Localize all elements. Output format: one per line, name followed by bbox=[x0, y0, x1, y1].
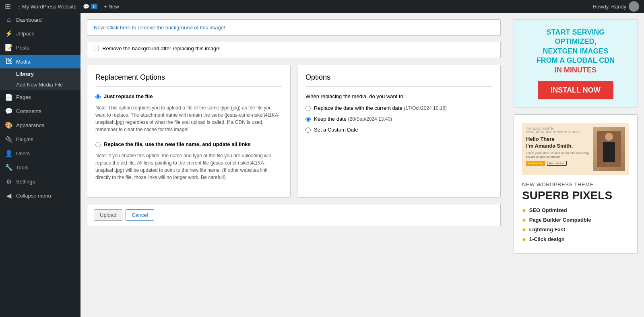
posts-icon: 📝 bbox=[5, 44, 13, 51]
theme-preview: AMANDA SMITH HOMEBLOGABOUTCONTACTMORE He… bbox=[522, 123, 629, 175]
content-area: New! Click here to remove the background… bbox=[80, 13, 644, 317]
tools-icon: 🔧 bbox=[5, 164, 13, 171]
ad-feature-pagebuilder: ● Page Builder Compatible bbox=[522, 216, 629, 224]
ad-feature-seo: ● SEO Optimized bbox=[522, 207, 629, 214]
ad-install-button[interactable]: INSTALL NOW bbox=[538, 81, 613, 99]
sidebar-item-dashboard[interactable]: ⌂ Dashboard bbox=[0, 13, 80, 27]
bullet-icon-4: ● bbox=[522, 236, 526, 243]
theme-preview-buttons: Read My Blog Read My Post bbox=[526, 161, 590, 166]
remove-background-checkbox[interactable] bbox=[94, 46, 99, 51]
settings-icon: ⚙ bbox=[5, 178, 13, 185]
wp-logo-icon[interactable]: ⊞ bbox=[5, 2, 11, 11]
date-radio-2[interactable] bbox=[305, 117, 311, 122]
sidebar-item-comments[interactable]: 💬 Comments bbox=[0, 104, 80, 118]
comment-icon: 💬 bbox=[83, 4, 89, 10]
options-panels: Replacement Options Just replace the fil… bbox=[87, 65, 501, 198]
dashboard-icon: ⌂ bbox=[5, 16, 13, 23]
sidebar-item-jetpack[interactable]: ⚡ Jetpack bbox=[0, 27, 80, 41]
avatar bbox=[629, 1, 639, 12]
bullet-icon-3: ● bbox=[522, 226, 526, 233]
sidebar-sub-add-new[interactable]: Add New Media File bbox=[0, 79, 80, 90]
date-label-1[interactable]: Replace the date with the current date (… bbox=[314, 105, 447, 111]
remove-background-label: Remove the background after replacing th… bbox=[102, 45, 221, 51]
date-option-1: Replace the date with the current date (… bbox=[305, 105, 492, 111]
collapse-icon: ◀ bbox=[5, 192, 13, 200]
ad-feature-1click: ● 1-Click design bbox=[522, 236, 629, 243]
sidebar: ⌂ Dashboard ⚡ Jetpack 📝 Posts 🖼 Media Li… bbox=[0, 13, 80, 317]
replacement-radio-1[interactable] bbox=[95, 94, 101, 99]
media-submenu: Library Add New Media File bbox=[0, 68, 80, 90]
theme-sub: Lorem ipsum dolor sit amet consectetur a… bbox=[526, 151, 590, 158]
upload-button[interactable]: Upload bbox=[94, 209, 122, 221]
replacement-radio-2[interactable] bbox=[95, 142, 101, 147]
cancel-button[interactable]: Cancel bbox=[126, 209, 154, 221]
bullet-icon-2: ● bbox=[522, 216, 526, 224]
replacement-options-title: Replacement Options bbox=[95, 73, 282, 87]
sidebar-item-tools[interactable]: 🔧 Tools bbox=[0, 161, 80, 175]
ad-panel-theme: AMANDA SMITH HOMEBLOGABOUTCONTACTMORE He… bbox=[514, 114, 638, 254]
replacement-options-panel: Replacement Options Just replace the fil… bbox=[87, 65, 291, 198]
date-label-3[interactable]: Set a Custom Date bbox=[314, 127, 358, 133]
sidebar-item-media[interactable]: 🖼 Media bbox=[0, 55, 80, 68]
notice-bar: New! Click here to remove the background… bbox=[87, 19, 501, 36]
theme-preview-name: AMANDA SMITH bbox=[526, 127, 590, 131]
sidebar-item-settings[interactable]: ⚙ Settings bbox=[0, 175, 80, 189]
date-option-2: Keep the date (20/Sep/2024 13:40) bbox=[305, 116, 492, 122]
action-row: Upload Cancel bbox=[87, 204, 501, 226]
comments-icon: 💬 bbox=[5, 107, 13, 115]
theme-text-block: AMANDA SMITH HOMEBLOGABOUTCONTACTMORE He… bbox=[526, 127, 590, 166]
replacement-note-1: Note: This option requires you to upload… bbox=[95, 104, 282, 133]
theme-headline: Hello ThereI'm Amanda Smith. bbox=[526, 136, 590, 150]
options-question: When replacing the media, do you want to… bbox=[305, 93, 492, 99]
checkbox-row: Remove the background after replacing th… bbox=[87, 42, 501, 58]
sidebar-item-plugins[interactable]: 🔌 Plugins bbox=[0, 132, 80, 146]
replacement-option-1: Just replace the file bbox=[95, 93, 282, 99]
replacement-label-1[interactable]: Just replace the file bbox=[104, 93, 153, 99]
theme-image-mock bbox=[593, 127, 625, 171]
plugins-icon: 🔌 bbox=[5, 136, 13, 143]
users-icon: 👤 bbox=[5, 150, 13, 157]
admin-bar-site[interactable]: ⌂ My WordPress Website bbox=[17, 4, 76, 10]
date-option-3: Set a Custom Date bbox=[305, 127, 492, 133]
pages-icon: 📄 bbox=[5, 93, 13, 101]
right-sidebar: START SERVING OPTIMIZED, NEXTGEN IMAGES … bbox=[507, 13, 644, 317]
appearance-icon: 🎨 bbox=[5, 121, 13, 129]
replacement-option-2: Replace the file, use the new file name,… bbox=[95, 141, 282, 147]
jetpack-icon: ⚡ bbox=[5, 30, 13, 37]
sidebar-item-collapse[interactable]: ◀ Collapse menu bbox=[0, 189, 80, 203]
remove-background-link[interactable]: New! Click here to remove the background… bbox=[94, 25, 225, 31]
main-content: New! Click here to remove the background… bbox=[80, 13, 507, 317]
date-radio-3[interactable] bbox=[305, 128, 311, 133]
replacement-label-2[interactable]: Replace the file, use the new file name,… bbox=[104, 141, 251, 147]
admin-bar-new[interactable]: + New bbox=[104, 4, 119, 10]
admin-bar-comments[interactable]: 💬 0 bbox=[83, 4, 97, 10]
sidebar-item-appearance[interactable]: 🎨 Appearance bbox=[0, 118, 80, 132]
ad-theme-name: SUPERB PIXELS bbox=[522, 189, 629, 202]
theme-read-blog-button[interactable]: Read My Blog bbox=[526, 161, 545, 166]
admin-bar: ⊞ ⌂ My WordPress Website 💬 0 + New Howdy… bbox=[0, 0, 644, 13]
bullet-icon-1: ● bbox=[522, 207, 526, 214]
admin-bar-howdy: Howdy, Randy bbox=[592, 1, 639, 12]
sidebar-item-users[interactable]: 👤 Users bbox=[0, 146, 80, 161]
ad-new-theme-label: NEW WORDPRESS THEME bbox=[522, 181, 629, 187]
theme-person-image bbox=[597, 131, 621, 167]
theme-nav: HOMEBLOGABOUTCONTACTMORE bbox=[526, 131, 590, 134]
replacement-note-2: Note: If you enable this option, the nam… bbox=[95, 152, 282, 181]
options-panel: Options When replacing the media, do you… bbox=[297, 65, 501, 198]
sidebar-item-posts[interactable]: 📝 Posts bbox=[0, 41, 80, 55]
ad-feature-lightning: ● Lightning Fast bbox=[522, 226, 629, 233]
ad-cdn-title: START SERVING OPTIMIZED, NEXTGEN IMAGES … bbox=[522, 28, 629, 75]
sidebar-item-pages[interactable]: 📄 Pages bbox=[0, 90, 80, 104]
home-icon: ⌂ bbox=[17, 4, 21, 10]
options-title: Options bbox=[305, 73, 492, 87]
media-icon: 🖼 bbox=[5, 58, 13, 65]
theme-read-more-button[interactable]: Read My Post bbox=[547, 161, 567, 166]
date-label-2[interactable]: Keep the date (20/Sep/2024 13:40) bbox=[314, 116, 392, 122]
sidebar-sub-library[interactable]: Library bbox=[0, 68, 80, 79]
ad-panel-cdn: START SERVING OPTIMIZED, NEXTGEN IMAGES … bbox=[514, 19, 638, 108]
date-radio-1[interactable] bbox=[305, 106, 311, 111]
